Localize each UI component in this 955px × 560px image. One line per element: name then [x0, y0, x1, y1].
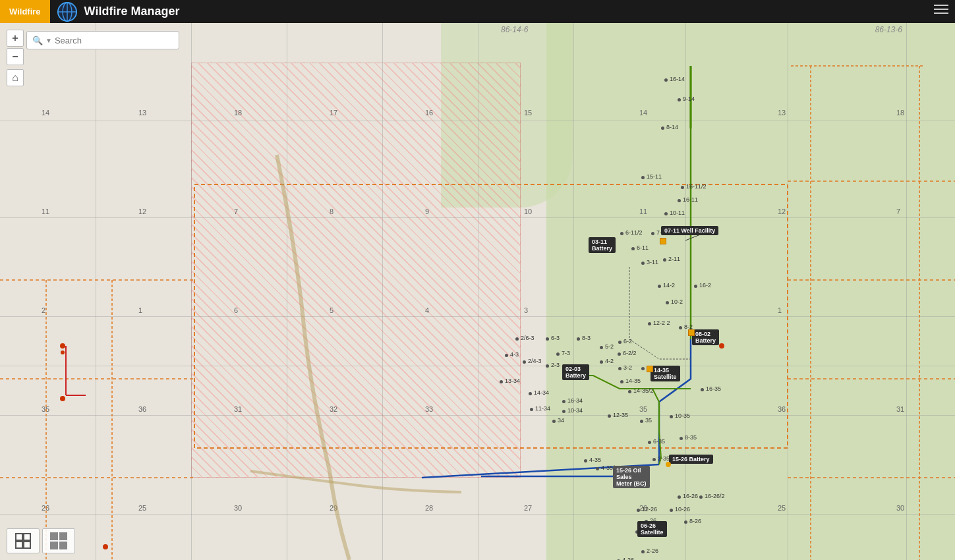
svg-rect-15 [24, 542, 30, 548]
well-label: 10-2 [671, 298, 683, 305]
search-container[interactable]: 🔍 ▼ [26, 31, 179, 49]
extent-button[interactable] [7, 528, 40, 553]
grid-number: 35 [639, 405, 647, 413]
grid-v-9 [906, 23, 907, 560]
grid-number: 27 [524, 504, 532, 512]
svg-rect-13 [24, 534, 30, 540]
grid-number: 2 [42, 306, 45, 314]
grid-number: 33 [425, 405, 433, 413]
well-label: 16-11 [683, 196, 698, 203]
search-icon: 🔍 [32, 36, 43, 45]
grid-number: 14 [42, 109, 49, 117]
well-label: 12-2 2 [653, 320, 670, 326]
well-label: 16-35 [706, 385, 721, 392]
layers-button[interactable] [42, 528, 75, 553]
map-container[interactable]: 86-14-6 86-13-6 [0, 23, 955, 560]
well-dot [663, 258, 666, 262]
battery-marker-15-26 [666, 462, 671, 467]
search-dropdown-icon[interactable]: ▼ [45, 37, 52, 44]
facility-07-11-well-label: 07-11 Well Facility [661, 226, 718, 235]
well-label: 16-26 [683, 493, 698, 499]
well-label: 4-35 [589, 457, 601, 463]
grid-number: 35 [42, 405, 49, 413]
well-label: 8-14 [666, 124, 678, 130]
search-input[interactable] [55, 36, 167, 45]
grid-number: 29 [330, 504, 337, 512]
grid-number: 36 [138, 405, 146, 413]
grid-number: 18 [234, 109, 242, 117]
hamburger-menu-icon[interactable] [934, 5, 948, 14]
grid-number: 11 [639, 208, 647, 215]
well-label: 4-2 [605, 358, 614, 364]
facility-14-35-satellite[interactable]: 14-35Satellite [651, 366, 680, 381]
well-label: 13-34 [505, 378, 520, 384]
well-label: 10-34 [567, 407, 583, 414]
grid-number: 12 [138, 208, 146, 215]
grid-v-6 [573, 23, 574, 560]
facility-15-26-battery[interactable]: 15-26 Battery [669, 455, 713, 464]
coord-label-top-left: 86-14-6 [501, 25, 528, 34]
well-label: 2-11 [668, 256, 680, 262]
well-label: 8-26 [689, 518, 701, 524]
svg-rect-19 [59, 542, 67, 549]
well-dot [658, 285, 661, 288]
grid-v-3 [287, 23, 287, 560]
zoom-out-button[interactable]: − [7, 48, 24, 65]
well-label: 6-11/2 [625, 229, 643, 236]
well-dot [529, 392, 532, 395]
well-label: 2/6-3 [521, 335, 535, 341]
well-label: 4-26 [622, 557, 634, 560]
well-label: 12-26 [642, 506, 657, 513]
svg-point-4 [58, 3, 76, 21]
facility-08-02-battery[interactable]: 08-02Battery [692, 329, 719, 345]
app-title: Wildfire Manager [84, 5, 180, 18]
grid-number: 25 [138, 504, 146, 512]
well-dot [600, 360, 603, 364]
app-logo-icon [57, 1, 78, 22]
grid-number: 7 [234, 208, 238, 215]
well-dot [562, 400, 565, 403]
well-dot [505, 354, 508, 357]
well-dot [678, 495, 681, 499]
well-dot [641, 262, 645, 265]
grid-number: 11 [42, 208, 49, 215]
grid-number: 31 [896, 405, 904, 413]
svg-rect-14 [16, 542, 22, 548]
well-label: 14-35 [625, 378, 641, 384]
forest-area [546, 23, 955, 560]
grid-number: 10 [524, 208, 532, 215]
well-label: 6-2 [623, 338, 632, 345]
well-label: 3-11 [647, 259, 658, 266]
grid-v-8 [788, 23, 788, 560]
facility-03-11-battery[interactable]: 03-11Battery [589, 237, 616, 253]
well-dot [641, 176, 645, 179]
home-button[interactable]: ⌂ [7, 69, 24, 86]
well-dot [552, 420, 556, 423]
svg-rect-18 [50, 542, 58, 549]
facility-02-03-battery[interactable]: 02-03Battery [562, 364, 589, 380]
map-controls: + − ⌂ [7, 30, 24, 86]
facility-15-26-meter[interactable]: 15-26 OilSalesMeter (BC) [613, 466, 650, 488]
grid-v-7 [685, 23, 686, 560]
well-dot [523, 360, 526, 364]
grid-number: 7 [896, 208, 900, 215]
well-dot [648, 322, 651, 325]
well-dot [699, 495, 703, 499]
well-label: 2/4-3 [528, 358, 542, 364]
coord-label-top-right: 86-13-6 [875, 25, 902, 34]
facility-07-11-well[interactable]: 07-11 Well Facility [661, 226, 718, 235]
well-label: 2-26 [647, 547, 658, 554]
well-label: 16-26/2 [705, 493, 725, 499]
zoom-in-button[interactable]: + [7, 30, 24, 47]
well-label: 6-2/2 [623, 350, 637, 356]
facility-15-26-meter-label: 15-26 OilSalesMeter (BC) [613, 466, 650, 488]
well-dot [608, 414, 611, 418]
well-dot [600, 346, 603, 349]
svg-rect-17 [59, 532, 67, 540]
facility-06-26-satellite[interactable]: 06-26Satellite [637, 521, 667, 537]
grid-number: 1 [778, 306, 782, 314]
well-dot [640, 420, 643, 423]
app-tab[interactable]: Wildfire [0, 0, 50, 23]
well-dot [664, 212, 668, 215]
facility-08-02-battery-label: 08-02Battery [692, 329, 719, 345]
